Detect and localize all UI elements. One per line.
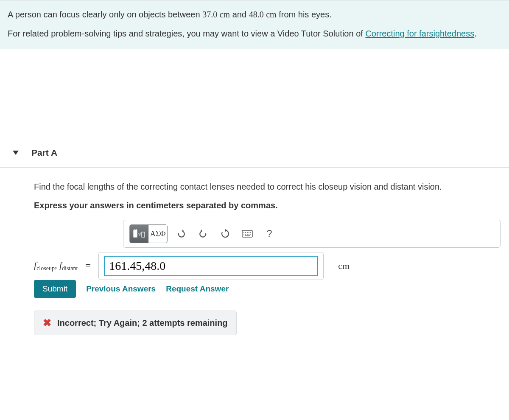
svg-point-11 (245, 234, 246, 235)
f-distant: fdistant (59, 260, 78, 270)
templates-icon: √ (133, 229, 145, 238)
problem-intro: A person can focus clearly only on objec… (0, 0, 509, 49)
intro-text-d: For related problem-solving tips and str… (8, 29, 365, 38)
svg-rect-2 (142, 232, 145, 237)
svg-point-6 (245, 232, 246, 233)
equals-sign: = (85, 260, 91, 272)
intro-text-c: from his eyes. (277, 10, 332, 19)
part-header[interactable]: Part A (0, 138, 509, 168)
keyboard-icon (242, 230, 253, 238)
actions-row: Submit Previous Answers Request Answer (34, 280, 501, 298)
far-value: 48.0 (249, 10, 264, 19)
request-answer-link[interactable]: Request Answer (166, 284, 229, 294)
undo-icon (176, 229, 186, 238)
submit-button[interactable]: Submit (34, 280, 76, 298)
help-button[interactable]: ? (261, 225, 278, 242)
svg-rect-15 (245, 235, 250, 236)
answer-input[interactable] (104, 256, 318, 276)
svg-point-8 (249, 232, 249, 233)
undo-button[interactable] (173, 225, 190, 242)
unit-cm-1: cm (220, 10, 230, 19)
answer-widget: √ ΑΣΦ (34, 220, 501, 280)
equation-toolbar: √ ΑΣΦ (123, 220, 501, 248)
redo-icon (199, 229, 208, 238)
intro-text-b: and (230, 10, 249, 19)
feedback-box: ✖ Incorrect; Try Again; 2 attempts remai… (34, 311, 237, 335)
redo-button[interactable] (195, 225, 212, 242)
reset-button[interactable] (217, 225, 234, 242)
f-closeup: fcloseup (34, 260, 55, 270)
previous-answers-link[interactable]: Previous Answers (86, 284, 156, 294)
svg-point-12 (247, 234, 248, 235)
answer-box (98, 252, 324, 280)
svg-point-14 (250, 234, 251, 235)
part-title: Part A (31, 148, 57, 158)
answer-unit: cm (338, 260, 350, 272)
svg-point-13 (249, 234, 249, 235)
toolbar-group: √ ΑΣΦ (129, 224, 168, 243)
svg-point-9 (250, 232, 251, 233)
keyboard-button[interactable] (239, 225, 256, 242)
templates-button[interactable]: √ (130, 225, 148, 243)
reset-icon (221, 229, 230, 238)
feedback-text: Incorrect; Try Again; 2 attempts remaini… (57, 318, 228, 328)
unit-cm-2: cm (266, 10, 276, 19)
answer-row: fcloseup, fdistant = cm (34, 252, 501, 280)
label-comma: , (55, 260, 59, 270)
variable-label: fcloseup, fdistant (34, 260, 78, 272)
near-value: 37.0 (202, 10, 217, 19)
answer-instructions: Express your answers in centimeters sepa… (34, 201, 501, 210)
intro-line-1: A person can focus clearly only on objec… (8, 8, 501, 21)
intro-period: . (474, 29, 477, 38)
svg-point-7 (247, 232, 248, 233)
spacer (0, 49, 509, 138)
video-tutor-link[interactable]: Correcting for farsightedness (365, 29, 474, 38)
incorrect-icon: ✖ (43, 317, 51, 329)
caret-down-icon (13, 151, 19, 155)
svg-text:√: √ (138, 231, 142, 237)
greek-button[interactable]: ΑΣΦ (148, 225, 167, 243)
svg-point-5 (243, 232, 244, 233)
question-text: Find the focal lengths of the correcting… (34, 180, 501, 193)
part-body: Find the focal lengths of the correcting… (0, 168, 509, 344)
intro-text-a: A person can focus clearly only on objec… (8, 10, 202, 19)
intro-line-2: For related problem-solving tips and str… (8, 27, 501, 40)
svg-point-10 (243, 234, 244, 235)
